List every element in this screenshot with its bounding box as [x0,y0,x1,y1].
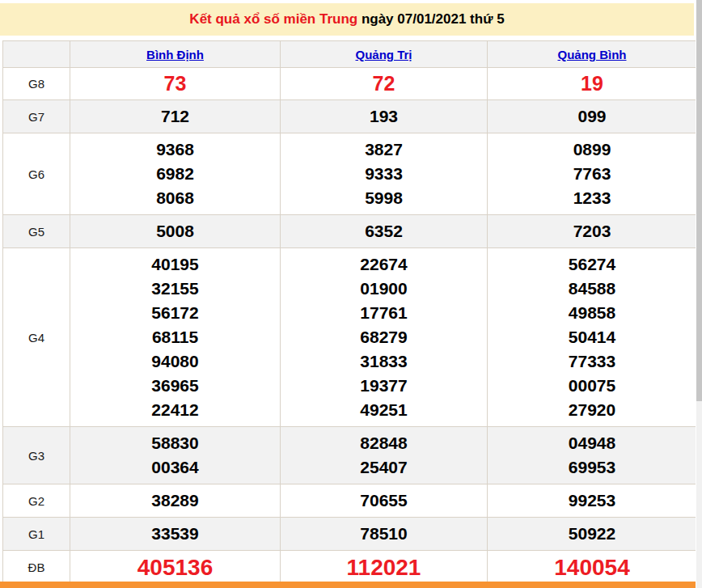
result-number: 49858 [488,301,696,325]
table-row: G3588300036482848254070494869953 [3,427,697,484]
result-number: 68115 [70,325,280,349]
result-number: 58830 [70,431,280,455]
result-cell: 73 [70,68,281,100]
result-number: 3827 [281,137,487,162]
result-cell: 72 [281,68,488,100]
province-link-quang-binh[interactable]: Quảng Bình [558,48,627,61]
result-number: 72 [281,72,487,95]
province-link-binh-dinh[interactable]: Bình Định [146,48,204,61]
result-number: 9333 [281,162,487,186]
province-link-quang-tri[interactable]: Quảng Trị [355,48,412,61]
result-number: 38289 [70,489,280,513]
result-number: 33539 [70,522,280,546]
result-number: 140054 [488,555,696,580]
result-number: 36965 [70,374,280,398]
result-number: 8068 [70,186,280,210]
table-row: G1335397851050922 [3,518,697,551]
result-number: 712 [70,104,280,129]
result-cell: 5883000364 [70,427,281,484]
result-number: 82848 [281,431,487,455]
result-number: 49251 [281,398,487,422]
result-number: 50414 [488,325,696,349]
result-number: 099 [488,104,696,129]
prize-label: G4 [3,248,70,427]
page-title-region: Kết quả xổ số miền Trung [189,11,357,27]
prize-label: G2 [3,484,70,518]
result-number: 32155 [70,277,280,301]
result-number: 68279 [281,325,487,349]
prize-label: G7 [3,100,70,133]
prize-label: ĐB [3,551,70,585]
result-cell: 382793335998 [281,133,488,215]
result-number: 9368 [70,137,280,162]
result-cell: 712 [70,100,281,133]
result-number: 5998 [281,186,487,210]
result-number: 19377 [281,374,487,398]
result-number: 7763 [488,162,696,186]
vertical-scrollbar[interactable] [696,0,702,588]
scrollbar-thumb[interactable] [696,0,702,401]
bottom-accent-bar [0,582,696,588]
result-number: 00364 [70,455,280,480]
result-number: 193 [281,104,487,129]
result-cell: 70655 [281,484,488,518]
result-cell: 22674019001776168279318331937749251 [281,248,488,427]
result-cell: 7203 [488,215,697,248]
result-number: 17761 [281,301,487,325]
result-number: 00075 [488,374,696,398]
result-number: 7203 [488,219,696,243]
lottery-results-table: Bình Định Quảng Trị Quảng Bình G8737219G… [2,40,697,585]
result-number: 84588 [488,277,696,301]
column-header-quang-tri: Quảng Trị [281,41,488,68]
page-title-date: ngày 07/01/2021 thứ 5 [357,11,504,27]
result-cell: 140054 [488,551,697,585]
result-number: 56274 [488,252,696,277]
result-number: 25407 [281,455,487,480]
result-cell: 8284825407 [281,427,488,484]
prize-label: G6 [3,133,70,215]
result-number: 69953 [488,455,696,480]
result-cell: 19 [488,68,697,100]
result-cell: 193 [281,100,488,133]
result-number: 78510 [281,522,487,546]
result-number: 40195 [70,252,280,277]
result-cell: 099 [488,100,697,133]
result-number: 22412 [70,398,280,422]
result-cell: 99253 [488,484,697,518]
prize-label: G1 [3,518,70,551]
result-cell: 112021 [281,551,488,585]
result-number: 70655 [281,489,487,513]
table-row: G5500863527203 [3,215,697,248]
result-number: 04948 [488,431,696,455]
result-number: 94080 [70,349,280,374]
table-row: G2382897065599253 [3,484,697,518]
table-row: G6936869828068382793335998089977631233 [3,133,697,215]
table-row: G7712193099 [3,100,697,133]
page-title: Kết quả xổ số miền Trung ngày 07/01/2021… [0,3,694,36]
result-number: 405136 [70,555,280,580]
result-cell: 5008 [70,215,281,248]
result-cell: 405136 [70,551,281,585]
result-cell: 089977631233 [488,133,697,215]
table-row: G8737219 [3,68,697,100]
result-cell: 78510 [281,518,488,551]
table-row: ĐB405136112021140054 [3,551,697,585]
table-row: G440195321555617268115940803696522412226… [3,248,697,427]
results-table-container: Bình Định Quảng Trị Quảng Bình G8737219G… [2,40,696,585]
result-number: 6982 [70,162,280,186]
prize-label: G8 [3,68,70,100]
result-number: 56172 [70,301,280,325]
result-number: 01900 [281,277,487,301]
result-number: 112021 [281,555,487,580]
prize-label: G5 [3,215,70,248]
result-number: 1233 [488,186,696,210]
column-header-binh-dinh: Bình Định [70,41,281,68]
result-number: 0899 [488,137,696,162]
result-cell: 38289 [70,484,281,518]
result-cell: 56274845884985850414773330007527920 [488,248,697,427]
result-number: 19 [488,72,696,95]
result-number: 6352 [281,219,487,243]
result-cell: 50922 [488,518,697,551]
result-number: 73 [70,72,280,95]
result-number: 5008 [70,219,280,243]
